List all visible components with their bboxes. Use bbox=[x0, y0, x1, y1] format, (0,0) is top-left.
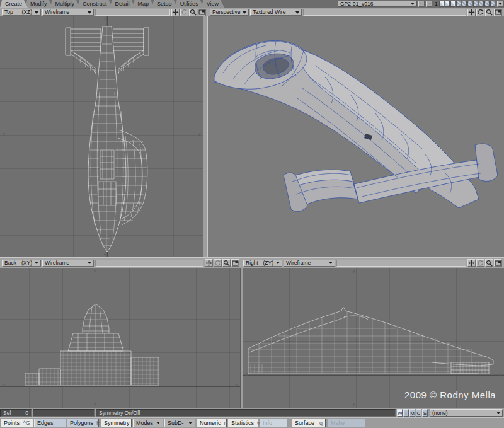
rotate-icon[interactable] bbox=[180, 9, 188, 16]
perspective-view-model bbox=[208, 16, 504, 257]
symmetry-toggle-button[interactable]: Symmetry+Y bbox=[101, 419, 132, 427]
render-mode-label: Wireframe bbox=[286, 260, 311, 266]
tab-construct[interactable]: Construct bbox=[77, 0, 113, 8]
viewport-right-view[interactable]: Y Y Z Z 2009 © Rodny Mella bbox=[243, 268, 504, 408]
dropdown-arrow-icon bbox=[295, 11, 299, 14]
object-layer-bar: GP2-01_v016 < > 1 bbox=[338, 0, 504, 8]
render-mode-dropdown-perspective[interactable]: Textured Wire bbox=[250, 9, 302, 16]
layer-button-3[interactable] bbox=[450, 1, 455, 7]
pan-icon[interactable] bbox=[171, 9, 180, 16]
viewport-nav-icons bbox=[205, 259, 239, 267]
dropdown-arrow-icon bbox=[35, 262, 38, 264]
vmap-texture-button[interactable]: T bbox=[403, 409, 409, 417]
layer-button-2[interactable] bbox=[445, 1, 450, 7]
vmap-color-button[interactable]: C bbox=[416, 409, 421, 417]
top-view-wireframe bbox=[0, 16, 203, 257]
watermark-text: 2009 © Rodny Mella bbox=[404, 390, 496, 400]
render-mode-dropdown-right[interactable]: Wireframe bbox=[284, 260, 335, 267]
layer-button-8[interactable] bbox=[479, 1, 484, 7]
maximize-icon[interactable] bbox=[198, 9, 206, 16]
vmap-selector-dropdown[interactable]: (none) bbox=[430, 409, 503, 417]
layer-button-9[interactable] bbox=[484, 1, 490, 7]
layer-bank-label: 1 bbox=[435, 1, 438, 7]
tab-create[interactable]: Create bbox=[0, 0, 28, 8]
layer-button-7[interactable] bbox=[473, 1, 478, 7]
viewport-divider-handle[interactable] bbox=[203, 16, 208, 257]
viewport-header-right: Right (ZY) Wireframe bbox=[241, 257, 504, 268]
viewport-perspective-view[interactable] bbox=[208, 16, 504, 257]
layer-button-10[interactable] bbox=[490, 1, 495, 7]
dropdown-arrow-icon bbox=[411, 3, 415, 5]
zoom-icon[interactable] bbox=[485, 259, 493, 267]
maximize-icon[interactable] bbox=[494, 9, 502, 16]
pan-icon[interactable] bbox=[467, 259, 476, 267]
viewport-nav-icons bbox=[467, 259, 502, 267]
prev-object-button[interactable]: < bbox=[418, 1, 425, 7]
vmap-selection-button[interactable]: S bbox=[422, 409, 428, 417]
view-type-dropdown-top[interactable]: Top (XZ) bbox=[2, 9, 41, 16]
status-bar: Sel 0 Symmetry On/Off W T M C S (none) bbox=[0, 408, 504, 417]
next-object-button[interactable]: > bbox=[426, 1, 432, 7]
tab-view[interactable]: View bbox=[202, 0, 224, 8]
surface-button[interactable]: Surfaceq bbox=[292, 419, 326, 427]
tab-multiply[interactable]: Multiply bbox=[50, 0, 81, 8]
view-type-dropdown-perspective[interactable]: Perspective bbox=[210, 9, 249, 16]
layer-button-5[interactable] bbox=[462, 1, 467, 7]
bottom-toolbar: Points^G Edges PolygonsH Symmetry+Y Mode… bbox=[0, 417, 504, 428]
layer-button-6[interactable] bbox=[467, 1, 472, 7]
make-button[interactable]: Make bbox=[328, 419, 365, 427]
render-mode-label: Wireframe bbox=[45, 9, 69, 15]
points-mode-button[interactable]: Points^G bbox=[1, 419, 33, 427]
view-type-dropdown-right[interactable]: Right (ZY) bbox=[243, 260, 282, 267]
maximize-icon[interactable] bbox=[231, 259, 239, 267]
object-selector-dropdown[interactable]: GP2-01_v016 bbox=[338, 1, 417, 7]
vmap-morph-button[interactable]: M bbox=[410, 409, 415, 417]
tab-map[interactable]: Map bbox=[133, 0, 155, 8]
viewport-header-back: Back (XY) Wireframe bbox=[0, 257, 241, 268]
vmap-weight-button[interactable]: W bbox=[397, 409, 403, 417]
tab-utilities[interactable]: Utilities bbox=[175, 0, 204, 8]
dropdown-arrow-icon bbox=[188, 422, 192, 424]
pan-icon[interactable] bbox=[467, 9, 476, 16]
status-info-box bbox=[33, 409, 94, 417]
layer-button-1[interactable] bbox=[439, 1, 444, 7]
subd-type-dropdown-button[interactable]: SubD-Type bbox=[164, 419, 195, 427]
viewport-title-bar bbox=[303, 9, 466, 16]
layer-buttons bbox=[439, 1, 496, 7]
view-axis-label: (ZY) bbox=[260, 260, 273, 266]
view-type-dropdown-back[interactable]: Back (XY) bbox=[2, 260, 41, 267]
dropdown-arrow-icon bbox=[498, 3, 502, 5]
viewport-back-view[interactable]: Y Y X X bbox=[0, 268, 240, 408]
edges-mode-button[interactable]: Edges bbox=[34, 419, 66, 427]
modes-dropdown-button[interactable]: Modes bbox=[133, 419, 163, 427]
rotate-icon[interactable] bbox=[476, 9, 484, 16]
rotate-icon[interactable] bbox=[476, 259, 484, 267]
viewport-header-perspective: Perspective Textured Wire bbox=[208, 8, 504, 16]
render-mode-dropdown-back[interactable]: Wireframe bbox=[42, 260, 94, 267]
statistics-panel-button[interactable]: Statisticsw bbox=[228, 419, 258, 427]
viewport-divider-handle[interactable] bbox=[240, 268, 243, 408]
info-panel-button[interactable]: Info bbox=[260, 419, 287, 427]
dropdown-arrow-icon bbox=[276, 262, 280, 264]
viewport-title-bar bbox=[336, 260, 466, 267]
render-mode-dropdown-top[interactable]: Wireframe bbox=[42, 9, 94, 16]
tab-setup[interactable]: Setup bbox=[152, 0, 178, 8]
selection-count-box: Sel 0 bbox=[0, 409, 32, 417]
tab-modify[interactable]: Modify bbox=[25, 0, 53, 8]
rotate-icon[interactable] bbox=[214, 259, 222, 267]
numeric-panel-button[interactable]: Numericn bbox=[197, 419, 227, 427]
layer-button-4[interactable] bbox=[456, 1, 461, 7]
zoom-icon[interactable] bbox=[189, 9, 197, 16]
polygons-mode-button[interactable]: PolygonsH bbox=[67, 419, 99, 427]
viewport-nav-icons bbox=[467, 9, 502, 16]
pan-icon[interactable] bbox=[205, 259, 213, 267]
vmap-selected-label: (none) bbox=[432, 410, 448, 416]
back-view-wireframe bbox=[0, 268, 240, 408]
render-mode-label: Wireframe bbox=[45, 260, 69, 266]
layer-list-dropdown-button[interactable] bbox=[497, 1, 504, 7]
zoom-icon[interactable] bbox=[485, 9, 493, 16]
tab-detail[interactable]: Detail bbox=[110, 0, 135, 8]
maximize-icon[interactable] bbox=[494, 259, 502, 267]
zoom-icon[interactable] bbox=[222, 259, 231, 267]
viewport-top-view[interactable]: Z Z X X bbox=[0, 16, 203, 257]
